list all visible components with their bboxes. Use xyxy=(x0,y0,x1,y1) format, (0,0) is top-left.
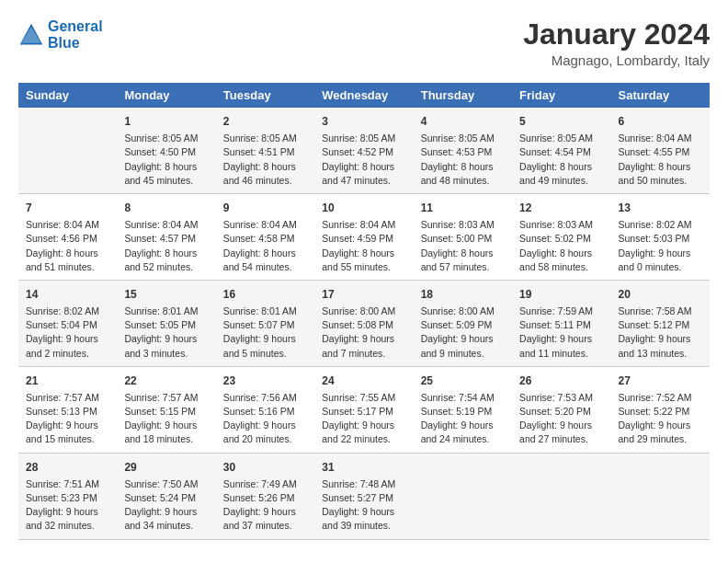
cell-content: Sunrise: 8:03 AMSunset: 5:00 PMDaylight:… xyxy=(421,218,505,274)
calendar-cell: 24Sunrise: 7:55 AMSunset: 5:17 PMDayligh… xyxy=(314,366,413,453)
sunset-text: Sunset: 5:22 PM xyxy=(619,405,702,419)
daylight-text: Daylight: 8 hours and 49 minutes. xyxy=(519,160,603,188)
calendar-cell: 25Sunrise: 7:54 AMSunset: 5:19 PMDayligh… xyxy=(414,366,512,453)
day-number: 4 xyxy=(421,113,505,130)
cell-content: Sunrise: 8:01 AMSunset: 5:05 PMDaylight:… xyxy=(124,304,208,361)
sunset-text: Sunset: 4:53 PM xyxy=(421,145,505,159)
sunrise-text: Sunrise: 7:55 AM xyxy=(322,391,405,405)
cell-content: Sunrise: 8:02 AMSunset: 5:03 PMDaylight:… xyxy=(619,218,702,274)
sunrise-text: Sunrise: 8:05 AM xyxy=(223,132,307,145)
day-number: 8 xyxy=(124,200,208,216)
calendar-cell xyxy=(512,453,610,539)
cell-content: Sunrise: 7:53 AMSunset: 5:20 PMDaylight:… xyxy=(519,391,603,447)
cell-content: Sunrise: 8:05 AMSunset: 4:50 PMDaylight:… xyxy=(124,132,208,188)
sunset-text: Sunset: 5:27 PM xyxy=(322,491,405,505)
day-number: 27 xyxy=(619,373,702,389)
title-block: January 2024 Magnago, Lombardy, Italy xyxy=(523,18,710,68)
header-sunday: Sunday xyxy=(18,83,117,108)
calendar-cell: 1Sunrise: 8:05 AMSunset: 4:50 PMDaylight… xyxy=(117,108,215,193)
daylight-text: Daylight: 9 hours and 3 minutes. xyxy=(124,332,208,360)
calendar-cell: 10Sunrise: 8:04 AMSunset: 4:59 PMDayligh… xyxy=(314,194,413,281)
sunrise-text: Sunrise: 7:48 AM xyxy=(322,477,405,491)
calendar-cell: 2Sunrise: 8:05 AMSunset: 4:51 PMDaylight… xyxy=(216,108,314,193)
sunrise-text: Sunrise: 7:52 AM xyxy=(619,391,702,405)
daylight-text: Daylight: 9 hours and 0 minutes. xyxy=(619,247,702,274)
sunrise-text: Sunrise: 8:01 AM xyxy=(124,304,208,318)
daylight-text: Daylight: 9 hours and 7 minutes. xyxy=(322,332,405,360)
sunset-text: Sunset: 4:54 PM xyxy=(519,145,603,159)
day-number: 26 xyxy=(519,373,603,389)
day-number: 20 xyxy=(619,286,702,303)
sunset-text: Sunset: 5:13 PM xyxy=(26,405,109,419)
sunrise-text: Sunrise: 7:57 AM xyxy=(26,391,109,405)
cell-content: Sunrise: 7:57 AMSunset: 5:13 PMDaylight:… xyxy=(26,391,109,447)
sunrise-text: Sunrise: 7:49 AM xyxy=(223,477,307,491)
sunrise-text: Sunrise: 8:05 AM xyxy=(124,132,208,145)
day-number: 30 xyxy=(223,459,307,476)
day-number: 14 xyxy=(26,286,109,303)
day-number: 15 xyxy=(124,286,208,303)
daylight-text: Daylight: 9 hours and 37 minutes. xyxy=(223,505,307,533)
daylight-text: Daylight: 9 hours and 32 minutes. xyxy=(26,505,109,533)
header-monday: Monday xyxy=(117,83,215,108)
sunset-text: Sunset: 4:55 PM xyxy=(619,145,702,159)
cell-content: Sunrise: 7:56 AMSunset: 5:16 PMDaylight:… xyxy=(223,391,307,447)
sunrise-text: Sunrise: 8:02 AM xyxy=(619,218,702,232)
calendar-cell xyxy=(18,108,117,193)
daylight-text: Daylight: 9 hours and 29 minutes. xyxy=(619,419,702,446)
calendar-cell: 9Sunrise: 8:04 AMSunset: 4:58 PMDaylight… xyxy=(216,194,314,281)
daylight-text: Daylight: 9 hours and 15 minutes. xyxy=(26,419,109,446)
sunset-text: Sunset: 4:58 PM xyxy=(223,232,307,246)
calendar-table: SundayMondayTuesdayWednesdayThursdayFrid… xyxy=(18,83,710,539)
day-number: 13 xyxy=(619,200,702,216)
calendar-cell: 4Sunrise: 8:05 AMSunset: 4:53 PMDaylight… xyxy=(414,108,512,193)
cell-content: Sunrise: 8:02 AMSunset: 5:04 PMDaylight:… xyxy=(26,304,109,361)
sunset-text: Sunset: 5:05 PM xyxy=(124,318,208,332)
cell-content: Sunrise: 7:57 AMSunset: 5:15 PMDaylight:… xyxy=(124,391,208,447)
svg-marker-1 xyxy=(22,27,41,43)
daylight-text: Daylight: 9 hours and 18 minutes. xyxy=(124,419,208,446)
day-number: 6 xyxy=(619,113,702,130)
cell-content: Sunrise: 7:58 AMSunset: 5:12 PMDaylight:… xyxy=(619,304,702,361)
calendar-cell: 20Sunrise: 7:58 AMSunset: 5:12 PMDayligh… xyxy=(611,280,710,366)
calendar-week-4: 21Sunrise: 7:57 AMSunset: 5:13 PMDayligh… xyxy=(18,366,710,453)
cell-content: Sunrise: 8:05 AMSunset: 4:53 PMDaylight:… xyxy=(421,132,505,188)
cell-content: Sunrise: 7:50 AMSunset: 5:24 PMDaylight:… xyxy=(124,477,208,534)
calendar-cell xyxy=(414,453,512,539)
cell-content: Sunrise: 7:54 AMSunset: 5:19 PMDaylight:… xyxy=(421,391,505,447)
sunset-text: Sunset: 5:16 PM xyxy=(223,405,307,419)
calendar-cell: 14Sunrise: 8:02 AMSunset: 5:04 PMDayligh… xyxy=(18,280,117,366)
sunrise-text: Sunrise: 7:59 AM xyxy=(519,304,603,318)
sunrise-text: Sunrise: 7:56 AM xyxy=(223,391,307,405)
daylight-text: Daylight: 8 hours and 52 minutes. xyxy=(124,247,208,274)
daylight-text: Daylight: 9 hours and 2 minutes. xyxy=(26,332,109,360)
calendar-cell: 30Sunrise: 7:49 AMSunset: 5:26 PMDayligh… xyxy=(216,453,314,539)
sunrise-text: Sunrise: 8:05 AM xyxy=(519,132,603,145)
calendar-cell: 19Sunrise: 7:59 AMSunset: 5:11 PMDayligh… xyxy=(512,280,610,366)
calendar-cell: 29Sunrise: 7:50 AMSunset: 5:24 PMDayligh… xyxy=(117,453,215,539)
sunset-text: Sunset: 5:17 PM xyxy=(322,405,405,419)
day-number: 18 xyxy=(421,286,505,303)
daylight-text: Daylight: 8 hours and 45 minutes. xyxy=(124,160,208,188)
day-number: 24 xyxy=(322,373,405,389)
daylight-text: Daylight: 9 hours and 22 minutes. xyxy=(322,419,405,446)
daylight-text: Daylight: 8 hours and 46 minutes. xyxy=(223,160,307,188)
calendar-header-row: SundayMondayTuesdayWednesdayThursdayFrid… xyxy=(18,83,710,108)
calendar-cell: 12Sunrise: 8:03 AMSunset: 5:02 PMDayligh… xyxy=(512,194,610,281)
sunset-text: Sunset: 4:50 PM xyxy=(124,145,208,159)
daylight-text: Daylight: 8 hours and 57 minutes. xyxy=(421,247,505,274)
calendar-cell: 28Sunrise: 7:51 AMSunset: 5:23 PMDayligh… xyxy=(18,453,117,539)
calendar-cell: 3Sunrise: 8:05 AMSunset: 4:52 PMDaylight… xyxy=(314,108,413,193)
sunset-text: Sunset: 5:04 PM xyxy=(26,318,109,332)
sunrise-text: Sunrise: 8:04 AM xyxy=(124,218,208,232)
sunset-text: Sunset: 4:56 PM xyxy=(26,232,109,246)
calendar-cell: 22Sunrise: 7:57 AMSunset: 5:15 PMDayligh… xyxy=(117,366,215,453)
sunset-text: Sunset: 5:02 PM xyxy=(519,232,603,246)
calendar-cell: 7Sunrise: 8:04 AMSunset: 4:56 PMDaylight… xyxy=(18,194,117,281)
day-number: 29 xyxy=(124,459,208,476)
daylight-text: Daylight: 9 hours and 20 minutes. xyxy=(223,419,307,446)
day-number: 21 xyxy=(26,373,109,389)
daylight-text: Daylight: 9 hours and 13 minutes. xyxy=(619,332,702,360)
sunrise-text: Sunrise: 7:57 AM xyxy=(124,391,208,405)
calendar-cell: 13Sunrise: 8:02 AMSunset: 5:03 PMDayligh… xyxy=(611,194,710,281)
